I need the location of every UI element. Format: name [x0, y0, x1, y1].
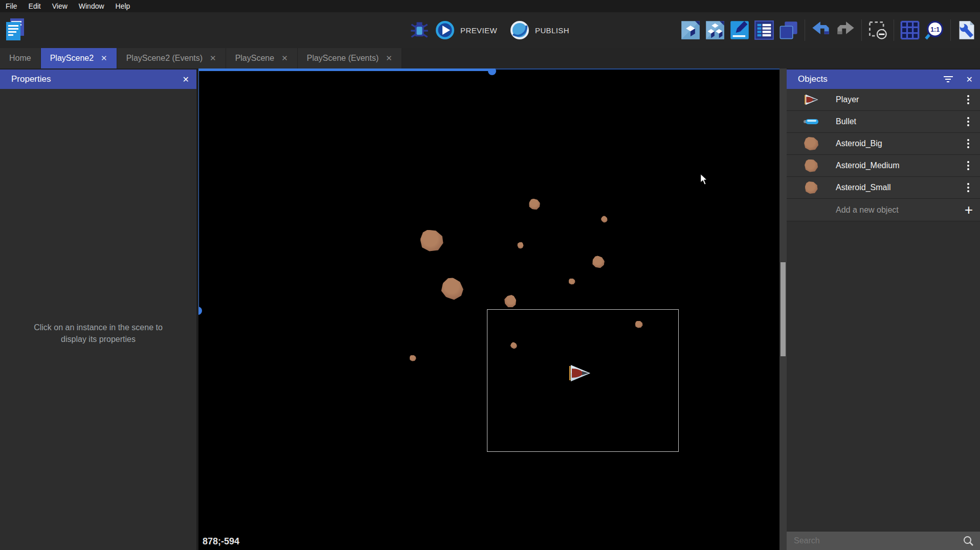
kebab-menu-icon[interactable]	[964, 117, 973, 126]
tab-close-icon[interactable]: ✕	[210, 54, 216, 63]
object-row-asteroid-medium[interactable]: Asteroid_Medium	[787, 155, 980, 177]
search-bar	[787, 532, 980, 550]
object-groups-editor-icon[interactable]	[705, 20, 725, 40]
instances-list-icon[interactable]	[754, 20, 774, 40]
player-ship-instance[interactable]	[568, 364, 591, 382]
scene-canvas[interactable]: 878;-594	[198, 68, 779, 550]
tab-label: PlayScene (Events)	[307, 54, 379, 63]
filter-icon[interactable]	[944, 76, 953, 82]
settings-wrench-icon[interactable]	[956, 20, 977, 40]
asteroid-instance[interactable]	[516, 241, 524, 249]
menu-window[interactable]: Window	[73, 0, 110, 12]
scene-properties-icon[interactable]	[729, 20, 750, 40]
asteroid-instance[interactable]	[420, 230, 443, 251]
publish-globe-icon[interactable]	[509, 20, 530, 40]
preview-play-icon[interactable]	[435, 20, 455, 40]
object-name: Asteroid_Small	[836, 183, 964, 192]
menu-help[interactable]: Help	[110, 0, 136, 12]
tab-close-icon[interactable]: ✕	[101, 54, 107, 63]
asteroid-instance[interactable]	[599, 215, 609, 224]
toolbar-separator	[805, 19, 805, 41]
object-name: Asteroid_Medium	[836, 161, 964, 170]
asteroid-icon	[787, 159, 836, 172]
properties-empty-message: Click on an instance in the scene to dis…	[21, 322, 175, 345]
kebab-menu-icon[interactable]	[964, 183, 973, 192]
object-row-bullet[interactable]: Bullet	[787, 111, 980, 133]
kebab-menu-icon[interactable]	[964, 161, 973, 170]
debugger-bug-icon[interactable]	[409, 20, 430, 40]
asteroid-instance[interactable]	[528, 198, 541, 211]
menu-view[interactable]: View	[47, 0, 73, 12]
toolbar-separator	[894, 19, 894, 41]
grid-icon[interactable]	[900, 20, 920, 40]
undo-icon[interactable]	[811, 20, 831, 40]
object-row-asteroid-big[interactable]: Asteroid_Big	[787, 133, 980, 155]
asteroid-instance[interactable]	[569, 279, 575, 285]
toolbar-separator	[950, 19, 951, 41]
menu-bar: File Edit View Window Help	[0, 0, 980, 12]
add-object-label: Add a new object	[836, 205, 965, 215]
kebab-menu-icon[interactable]	[964, 139, 973, 148]
add-object-button[interactable]: Add a new object +	[787, 199, 980, 221]
properties-panel-header: Properties ✕	[0, 70, 196, 89]
tab-close-icon[interactable]: ✕	[281, 54, 288, 63]
search-input[interactable]	[787, 536, 963, 545]
scene-scrollbar-thumb[interactable]	[781, 262, 786, 356]
tab-playscene-events[interactable]: PlayScene (Events) ✕	[298, 48, 402, 68]
kebab-menu-icon[interactable]	[964, 95, 973, 104]
asteroid-instance[interactable]	[502, 293, 519, 310]
toolbar-separator	[861, 19, 862, 41]
properties-panel-title: Properties	[11, 74, 51, 84]
tab-row: Home PlayScene2 ✕ PlayScene2 (Events) ✕ …	[0, 48, 980, 68]
redo-icon[interactable]	[835, 20, 856, 40]
menu-file[interactable]: File	[0, 0, 23, 12]
objects-panel-title: Objects	[798, 74, 828, 84]
tab-playscene2[interactable]: PlayScene2 ✕	[41, 48, 117, 68]
ship-icon	[787, 94, 836, 105]
plus-icon: +	[965, 203, 973, 217]
layers-editor-icon[interactable]	[778, 20, 799, 40]
tab-playscene[interactable]: PlayScene ✕	[226, 48, 298, 68]
project-manager-icon[interactable]	[4, 17, 26, 42]
asteroid-instance[interactable]	[410, 355, 416, 361]
object-name: Bullet	[836, 117, 964, 126]
zoom-one-to-one-icon[interactable]: 1:1	[924, 20, 945, 40]
search-icon	[963, 535, 974, 546]
tab-label: Home	[9, 54, 31, 63]
objects-editor-icon[interactable]	[680, 20, 701, 40]
close-icon[interactable]: ✕	[966, 75, 973, 84]
tab-label: PlayScene2 (Events)	[126, 54, 203, 63]
asteroid-instance[interactable]	[591, 255, 606, 269]
tab-label: PlayScene	[235, 54, 275, 63]
object-row-player[interactable]: Player	[787, 89, 980, 111]
properties-panel: Properties ✕ Click on an instance in the…	[0, 70, 196, 550]
menu-edit[interactable]: Edit	[23, 0, 47, 12]
asteroid-icon	[787, 137, 836, 150]
tab-playscene2-events[interactable]: PlayScene2 (Events) ✕	[117, 48, 226, 68]
tab-home[interactable]: Home	[0, 48, 41, 68]
preview-button[interactable]: PREVIEW	[460, 26, 497, 35]
asteroid-instance[interactable]	[438, 274, 466, 302]
cursor-coordinates: 878;-594	[203, 536, 239, 547]
tab-close-icon[interactable]: ✕	[386, 54, 392, 63]
object-name: Player	[836, 95, 964, 104]
objects-panel: Objects ✕ Player Bullet	[787, 70, 980, 550]
bullet-icon	[787, 119, 836, 125]
asteroid-icon	[787, 181, 836, 194]
objects-panel-header: Objects ✕	[787, 70, 980, 89]
toolbar: PREVIEW PUBLISH	[0, 12, 980, 48]
object-row-asteroid-small[interactable]: Asteroid_Small	[787, 177, 980, 199]
mouse-cursor	[698, 173, 709, 186]
tab-label: PlayScene2	[50, 54, 94, 63]
svg-text:1:1: 1:1	[930, 26, 940, 33]
clear-selection-icon[interactable]	[867, 20, 888, 40]
scene-scrollbar[interactable]	[779, 68, 787, 550]
publish-button[interactable]: PUBLISH	[535, 26, 569, 35]
close-icon[interactable]: ✕	[183, 75, 189, 84]
object-name: Asteroid_Big	[836, 139, 964, 148]
